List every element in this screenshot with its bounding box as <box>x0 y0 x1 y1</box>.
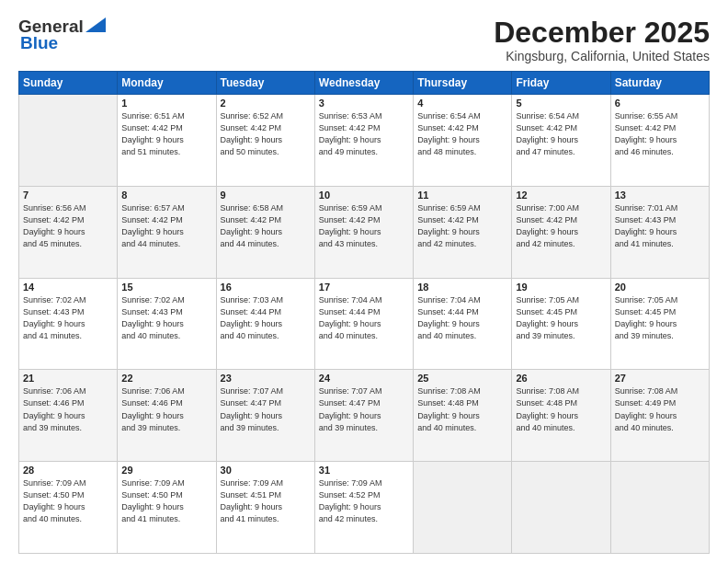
day-number: 17 <box>319 282 409 293</box>
table-row: 12Sunrise: 7:00 AM Sunset: 4:42 PM Dayli… <box>512 186 610 278</box>
day-number: 28 <box>23 465 113 476</box>
table-row <box>414 462 512 554</box>
table-row: 10Sunrise: 6:59 AM Sunset: 4:42 PM Dayli… <box>314 186 413 278</box>
table-row: 18Sunrise: 7:04 AM Sunset: 4:44 PM Dayli… <box>414 278 512 370</box>
table-row: 31Sunrise: 7:09 AM Sunset: 4:52 PM Dayli… <box>314 462 413 554</box>
day-number: 4 <box>417 98 507 109</box>
day-info: Sunrise: 7:04 AM Sunset: 4:44 PM Dayligh… <box>417 294 507 342</box>
table-row: 29Sunrise: 7:09 AM Sunset: 4:50 PM Dayli… <box>118 462 216 554</box>
day-number: 24 <box>319 373 409 384</box>
table-row <box>512 462 610 554</box>
day-info: Sunrise: 7:01 AM Sunset: 4:43 PM Dayligh… <box>615 202 705 250</box>
table-row: 26Sunrise: 7:08 AM Sunset: 4:48 PM Dayli… <box>512 370 610 462</box>
table-row: 30Sunrise: 7:09 AM Sunset: 4:51 PM Dayli… <box>216 462 314 554</box>
day-info: Sunrise: 7:02 AM Sunset: 4:43 PM Dayligh… <box>23 294 113 342</box>
day-info: Sunrise: 6:54 AM Sunset: 4:42 PM Dayligh… <box>417 110 507 158</box>
table-row <box>19 95 118 187</box>
day-number: 16 <box>221 282 311 293</box>
day-info: Sunrise: 7:05 AM Sunset: 4:45 PM Dayligh… <box>516 294 606 342</box>
day-number: 15 <box>121 282 211 293</box>
calendar-table: Sunday Monday Tuesday Wednesday Thursday… <box>18 71 710 554</box>
day-info: Sunrise: 6:57 AM Sunset: 4:42 PM Dayligh… <box>121 202 211 250</box>
day-number: 3 <box>319 98 409 109</box>
day-number: 11 <box>417 190 507 201</box>
day-number: 26 <box>516 373 606 384</box>
day-info: Sunrise: 6:53 AM Sunset: 4:42 PM Dayligh… <box>319 110 409 158</box>
day-number: 31 <box>319 465 409 476</box>
day-info: Sunrise: 6:51 AM Sunset: 4:42 PM Dayligh… <box>121 110 211 158</box>
day-info: Sunrise: 7:09 AM Sunset: 4:50 PM Dayligh… <box>121 477 211 525</box>
col-saturday: Saturday <box>610 72 709 95</box>
day-info: Sunrise: 7:07 AM Sunset: 4:47 PM Dayligh… <box>221 385 311 433</box>
col-sunday: Sunday <box>19 72 118 95</box>
day-info: Sunrise: 7:08 AM Sunset: 4:48 PM Dayligh… <box>417 385 507 433</box>
day-number: 2 <box>221 98 311 109</box>
calendar-week-row: 7Sunrise: 6:56 AM Sunset: 4:42 PM Daylig… <box>19 186 710 278</box>
day-number: 18 <box>417 282 507 293</box>
day-info: Sunrise: 7:09 AM Sunset: 4:51 PM Dayligh… <box>221 477 311 525</box>
calendar-week-row: 21Sunrise: 7:06 AM Sunset: 4:46 PM Dayli… <box>19 370 710 462</box>
table-row: 9Sunrise: 6:58 AM Sunset: 4:42 PM Daylig… <box>216 186 314 278</box>
day-number: 9 <box>221 190 311 201</box>
day-number: 13 <box>615 190 705 201</box>
table-row: 4Sunrise: 6:54 AM Sunset: 4:42 PM Daylig… <box>414 95 512 187</box>
table-row: 20Sunrise: 7:05 AM Sunset: 4:45 PM Dayli… <box>610 278 709 370</box>
calendar-header-row: Sunday Monday Tuesday Wednesday Thursday… <box>19 72 710 95</box>
day-info: Sunrise: 7:05 AM Sunset: 4:45 PM Dayligh… <box>615 294 705 342</box>
day-number: 6 <box>615 98 705 109</box>
day-number: 7 <box>23 190 113 201</box>
day-number: 23 <box>221 373 311 384</box>
day-number: 10 <box>319 190 409 201</box>
day-info: Sunrise: 7:08 AM Sunset: 4:48 PM Dayligh… <box>516 385 606 433</box>
day-number: 21 <box>23 373 113 384</box>
table-row <box>610 462 709 554</box>
logo-blue: Blue <box>20 33 58 53</box>
table-row: 14Sunrise: 7:02 AM Sunset: 4:43 PM Dayli… <box>19 278 118 370</box>
calendar-week-row: 28Sunrise: 7:09 AM Sunset: 4:50 PM Dayli… <box>19 462 710 554</box>
day-info: Sunrise: 7:08 AM Sunset: 4:49 PM Dayligh… <box>615 385 705 433</box>
col-wednesday: Wednesday <box>314 72 413 95</box>
day-info: Sunrise: 6:59 AM Sunset: 4:42 PM Dayligh… <box>417 202 507 250</box>
table-row: 8Sunrise: 6:57 AM Sunset: 4:42 PM Daylig… <box>118 186 216 278</box>
table-row: 22Sunrise: 7:06 AM Sunset: 4:46 PM Dayli… <box>118 370 216 462</box>
table-row: 28Sunrise: 7:09 AM Sunset: 4:50 PM Dayli… <box>19 462 118 554</box>
location: Kingsburg, California, United States <box>494 49 710 63</box>
day-number: 8 <box>121 190 211 201</box>
day-info: Sunrise: 7:02 AM Sunset: 4:43 PM Dayligh… <box>121 294 211 342</box>
col-tuesday: Tuesday <box>216 72 314 95</box>
table-row: 23Sunrise: 7:07 AM Sunset: 4:47 PM Dayli… <box>216 370 314 462</box>
header: General Blue December 2025 Kingsburg, Ca… <box>18 17 710 63</box>
table-row: 13Sunrise: 7:01 AM Sunset: 4:43 PM Dayli… <box>610 186 709 278</box>
day-number: 5 <box>516 98 606 109</box>
day-info: Sunrise: 7:06 AM Sunset: 4:46 PM Dayligh… <box>121 385 211 433</box>
col-friday: Friday <box>512 72 610 95</box>
day-number: 14 <box>23 282 113 293</box>
day-info: Sunrise: 6:58 AM Sunset: 4:42 PM Dayligh… <box>221 202 311 250</box>
table-row: 15Sunrise: 7:02 AM Sunset: 4:43 PM Dayli… <box>118 278 216 370</box>
day-info: Sunrise: 6:55 AM Sunset: 4:42 PM Dayligh… <box>615 110 705 158</box>
day-number: 25 <box>417 373 507 384</box>
day-info: Sunrise: 7:04 AM Sunset: 4:44 PM Dayligh… <box>319 294 409 342</box>
calendar-week-row: 1Sunrise: 6:51 AM Sunset: 4:42 PM Daylig… <box>19 95 710 187</box>
table-row: 16Sunrise: 7:03 AM Sunset: 4:44 PM Dayli… <box>216 278 314 370</box>
day-info: Sunrise: 6:59 AM Sunset: 4:42 PM Dayligh… <box>319 202 409 250</box>
table-row: 5Sunrise: 6:54 AM Sunset: 4:42 PM Daylig… <box>512 95 610 187</box>
day-number: 30 <box>221 465 311 476</box>
table-row: 7Sunrise: 6:56 AM Sunset: 4:42 PM Daylig… <box>19 186 118 278</box>
day-info: Sunrise: 7:06 AM Sunset: 4:46 PM Dayligh… <box>23 385 113 433</box>
table-row: 17Sunrise: 7:04 AM Sunset: 4:44 PM Dayli… <box>314 278 413 370</box>
day-info: Sunrise: 7:07 AM Sunset: 4:47 PM Dayligh… <box>319 385 409 433</box>
day-info: Sunrise: 7:03 AM Sunset: 4:44 PM Dayligh… <box>221 294 311 342</box>
table-row: 21Sunrise: 7:06 AM Sunset: 4:46 PM Dayli… <box>19 370 118 462</box>
svg-marker-0 <box>85 17 106 32</box>
logo: General Blue <box>18 17 106 53</box>
col-thursday: Thursday <box>414 72 512 95</box>
table-row: 1Sunrise: 6:51 AM Sunset: 4:42 PM Daylig… <box>118 95 216 187</box>
day-number: 27 <box>615 373 705 384</box>
col-monday: Monday <box>118 72 216 95</box>
title-block: December 2025 Kingsburg, California, Uni… <box>494 17 710 63</box>
table-row: 19Sunrise: 7:05 AM Sunset: 4:45 PM Dayli… <box>512 278 610 370</box>
table-row: 6Sunrise: 6:55 AM Sunset: 4:42 PM Daylig… <box>610 95 709 187</box>
table-row: 3Sunrise: 6:53 AM Sunset: 4:42 PM Daylig… <box>314 95 413 187</box>
calendar-week-row: 14Sunrise: 7:02 AM Sunset: 4:43 PM Dayli… <box>19 278 710 370</box>
